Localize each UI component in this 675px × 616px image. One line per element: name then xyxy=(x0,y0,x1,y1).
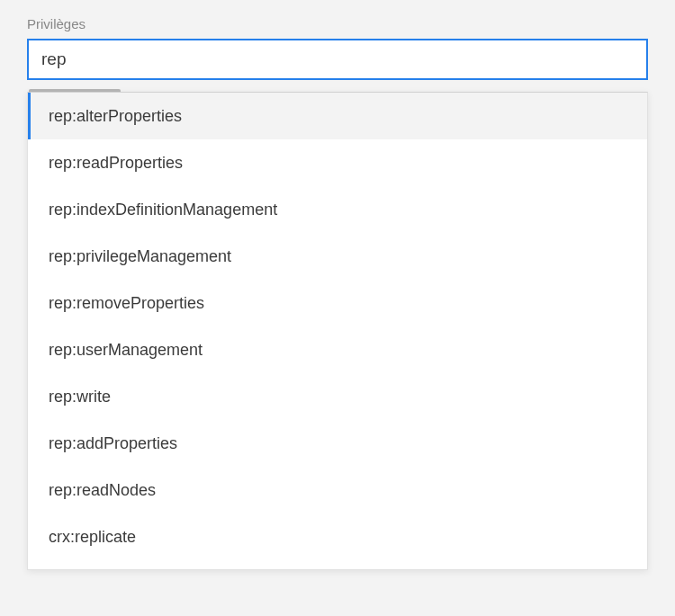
privilege-input[interactable] xyxy=(27,39,648,80)
dropdown-item[interactable]: rep:indexDefinitionManagement xyxy=(28,186,647,233)
input-wrapper xyxy=(27,39,648,80)
dropdown-item[interactable]: rep:alterProperties xyxy=(28,93,647,139)
dropdown-item[interactable]: crx:replicate xyxy=(28,513,647,560)
dropdown-item[interactable]: rep:removeProperties xyxy=(28,280,647,326)
dropdown-item[interactable]: rep:readProperties xyxy=(28,139,647,186)
autocomplete-dropdown: rep:alterPropertiesrep:readPropertiesrep… xyxy=(27,92,648,570)
dropdown-item[interactable]: rep:readNodes xyxy=(28,467,647,513)
dropdown-item[interactable]: rep:addProperties xyxy=(28,420,647,467)
dropdown-item[interactable]: rep:userManagement xyxy=(28,326,647,373)
dropdown-item[interactable]: rep:write xyxy=(28,373,647,420)
dropdown-item[interactable]: rep:privilegeManagement xyxy=(28,233,647,280)
field-label: Privilèges xyxy=(27,16,648,31)
